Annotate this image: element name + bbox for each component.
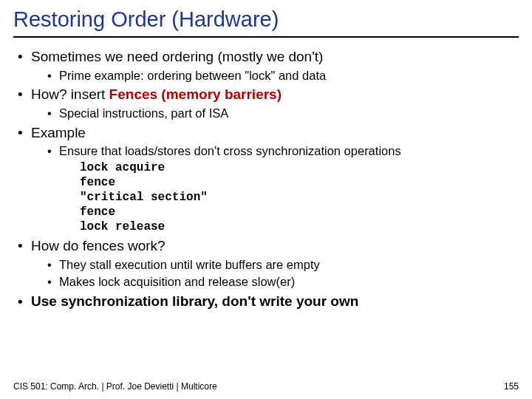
bullet-list: Sometimes we need ordering (mostly we do… xyxy=(13,48,519,311)
bullet-5: Use synchronization library, don't write… xyxy=(18,293,519,311)
code-line-4: fence xyxy=(80,205,519,219)
code-line-2: fence xyxy=(80,175,519,190)
bullet-3-1-text: Ensure that loads/stores don't cross syn… xyxy=(59,144,401,157)
bullet-1-1: Prime example: ordering between "lock" a… xyxy=(47,68,519,83)
code-line-5: lock release xyxy=(80,219,519,234)
bullet-1: Sometimes we need ordering (mostly we do… xyxy=(18,48,519,83)
bullet-3: Example Ensure that loads/stores don't c… xyxy=(18,124,519,234)
code-line-3: "critical section" xyxy=(80,190,519,205)
code-line-1: lock acquire xyxy=(80,160,519,175)
footer-page-number: 155 xyxy=(504,381,519,392)
bullet-2-highlight: Fences (memory barriers) xyxy=(109,86,282,102)
bullet-3-text: Example xyxy=(31,125,86,140)
bullet-2-pre: How? insert xyxy=(31,86,109,102)
bullet-4: How do fences work? They stall execution… xyxy=(18,237,519,290)
bullet-2-1: Special instructions, part of ISA xyxy=(47,106,519,121)
bullet-1-text: Sometimes we need ordering (mostly we do… xyxy=(31,49,323,64)
footer-left: CIS 501: Comp. Arch. | Prof. Joe Deviett… xyxy=(13,381,217,392)
bullet-2: How? insert Fences (memory barriers) Spe… xyxy=(18,86,519,120)
bullet-4-text: How do fences work? xyxy=(31,238,166,253)
slide-title: Restoring Order (Hardware) xyxy=(13,7,519,38)
bullet-4-2: Makes lock acquisition and release slow(… xyxy=(47,274,519,290)
bullet-4-1: They stall execution until write buffers… xyxy=(47,257,519,273)
bullet-3-1: Ensure that loads/stores don't cross syn… xyxy=(47,143,519,234)
code-block: lock acquire fence "critical section" fe… xyxy=(59,160,519,234)
footer: CIS 501: Comp. Arch. | Prof. Joe Deviett… xyxy=(13,381,519,392)
